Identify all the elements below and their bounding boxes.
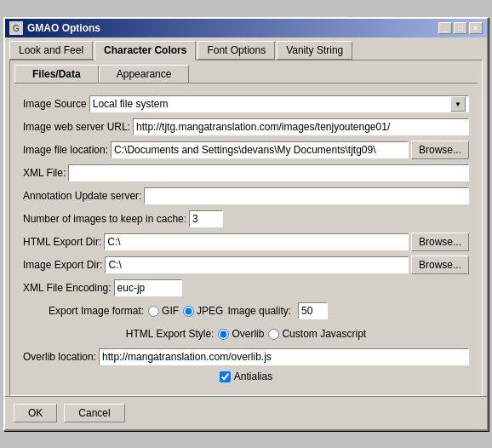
custom-js-radio-label[interactable]: Custom Javascript: [268, 328, 366, 340]
html-export-dir-label: HTML Export Dir:: [23, 236, 101, 248]
jpeg-radio[interactable]: [183, 306, 194, 317]
annotation-server-label: Annotation Update server:: [23, 190, 141, 202]
title-bar: G GMAO Options _ □ ✕: [5, 19, 487, 37]
overlib-radio[interactable]: [218, 329, 229, 340]
custom-js-label-text: Custom Javascript: [282, 328, 366, 340]
image-web-url-row: Image web server URL:: [23, 118, 469, 136]
minimize-button[interactable]: _: [438, 22, 452, 34]
image-format-radio-group: GIF JPEG Image quality:: [148, 302, 328, 319]
html-export-dir-browse-button[interactable]: Browse...: [411, 233, 469, 251]
export-style-radio-group: Overlib Custom Javascript: [218, 328, 366, 340]
overlib-radio-label[interactable]: Overlib: [218, 328, 264, 340]
xml-file-label: XML File:: [23, 167, 66, 179]
overlib-label-text: Overlib: [232, 328, 264, 340]
title-bar-buttons: _ □ ✕: [438, 22, 483, 34]
jpeg-radio-label[interactable]: JPEG: [183, 305, 223, 317]
image-source-label: Image Source: [23, 98, 87, 110]
jpeg-quality-input[interactable]: [298, 302, 328, 319]
gif-radio[interactable]: [148, 306, 159, 317]
antialias-label-text: Antialias: [234, 370, 272, 382]
gif-radio-label[interactable]: GIF: [148, 305, 179, 317]
num-images-row: Number of images to keep in cache:: [23, 210, 469, 228]
cancel-button[interactable]: Cancel: [64, 404, 124, 422]
main-tabs: Look and Feel Character Colors Font Opti…: [5, 37, 487, 60]
ok-button[interactable]: OK: [14, 404, 57, 422]
image-export-dir-browse-button[interactable]: Browse...: [411, 256, 469, 274]
tab-look-and-feel[interactable]: Look and Feel: [9, 41, 93, 60]
image-web-url-input[interactable]: [133, 118, 469, 135]
jpeg-quality-label: Image quality:: [227, 305, 291, 317]
image-source-dropdown-arrow[interactable]: ▼: [450, 96, 466, 112]
html-export-dir-input[interactable]: [104, 233, 409, 250]
image-file-browse-button[interactable]: Browse...: [411, 141, 469, 159]
tab-vanity-string[interactable]: Vanity String: [277, 41, 352, 60]
num-images-label: Number of images to keep in cache:: [23, 213, 186, 225]
overlib-location-row: Overlib location:: [23, 347, 469, 366]
html-export-style-row: HTML Export Style: Overlib Custom Javasc…: [23, 325, 469, 343]
image-source-value: Local file system: [93, 98, 169, 110]
app-icon: G: [9, 21, 23, 35]
xml-encoding-label: XML File Encoding:: [23, 282, 112, 294]
xml-file-input[interactable]: [68, 164, 469, 181]
xml-encoding-input[interactable]: [114, 279, 182, 296]
image-web-url-label: Image web server URL:: [23, 121, 130, 133]
overlib-location-label: Overlib location:: [23, 351, 96, 363]
close-button[interactable]: ✕: [469, 22, 483, 34]
subtab-files-data[interactable]: Files/Data: [14, 65, 99, 83]
image-file-location-input[interactable]: [111, 141, 409, 158]
bottom-buttons: OK Cancel: [5, 396, 487, 429]
window-title: GMAO Options: [27, 22, 434, 34]
gif-label-text: GIF: [162, 305, 179, 317]
xml-encoding-row: XML File Encoding:: [23, 279, 469, 297]
html-export-dir-row: HTML Export Dir: Browse...: [23, 233, 469, 251]
content-panel: Files/Data Appearance Image Source Local…: [9, 60, 483, 396]
image-file-location-row: Image file location: Browse...: [23, 141, 469, 159]
image-source-row: Image Source Local file system ▼: [23, 95, 469, 113]
form-area: Image Source Local file system ▼ Image w…: [14, 90, 478, 391]
custom-js-radio[interactable]: [268, 329, 279, 340]
maximize-button[interactable]: □: [454, 22, 467, 34]
image-export-dir-input[interactable]: [105, 256, 409, 273]
annotation-server-row: Annotation Update server:: [23, 187, 469, 205]
overlib-location-input[interactable]: [99, 348, 469, 365]
export-image-format-label: Export Image format:: [49, 305, 144, 317]
image-export-dir-row: Image Export Dir: Browse...: [23, 256, 469, 274]
antialias-checkbox-label[interactable]: Antialias: [220, 370, 272, 382]
tab-character-colors[interactable]: Character Colors: [94, 41, 196, 60]
tab-font-options[interactable]: Font Options: [197, 41, 275, 60]
export-image-format-row: Export Image format: GIF JPEG Image qual…: [23, 302, 469, 320]
image-file-location-label: Image file location:: [23, 144, 108, 156]
annotation-server-input[interactable]: [144, 187, 469, 204]
antialias-checkbox[interactable]: [220, 371, 231, 382]
html-export-style-label: HTML Export Style:: [126, 328, 215, 340]
subtab-appearance[interactable]: Appearance: [99, 65, 190, 83]
image-source-select[interactable]: Local file system ▼: [89, 95, 469, 112]
antialias-row: Antialias: [23, 370, 469, 382]
subtabs: Files/Data Appearance: [14, 65, 478, 83]
num-images-input[interactable]: [189, 210, 223, 227]
xml-file-row: XML File:: [23, 164, 469, 182]
image-export-dir-label: Image Export Dir:: [23, 259, 102, 271]
jpeg-label-text: JPEG: [197, 305, 223, 317]
main-window: G GMAO Options _ □ ✕ Look and Feel Chara…: [3, 17, 489, 431]
